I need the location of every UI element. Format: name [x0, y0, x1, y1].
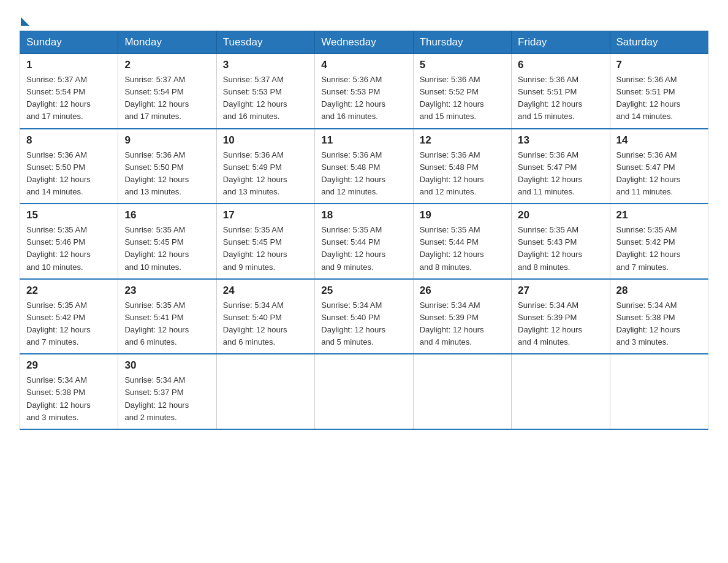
day-number: 24 [223, 285, 308, 297]
calendar-week-row: 1Sunrise: 5:37 AMSunset: 5:54 PMDaylight… [20, 54, 708, 129]
day-info: Sunrise: 5:36 AMSunset: 5:53 PMDaylight:… [321, 74, 406, 123]
day-info: Sunrise: 5:34 AMSunset: 5:40 PMDaylight:… [321, 299, 406, 349]
day-info: Sunrise: 5:35 AMSunset: 5:41 PMDaylight:… [124, 299, 210, 349]
day-info: Sunrise: 5:35 AMSunset: 5:44 PMDaylight:… [321, 224, 406, 274]
calendar-cell [315, 354, 413, 429]
day-number: 16 [124, 209, 210, 221]
calendar-cell: 26Sunrise: 5:34 AMSunset: 5:39 PMDayligh… [413, 279, 511, 354]
calendar-header-tuesday: Tuesday [216, 31, 314, 54]
day-info: Sunrise: 5:36 AMSunset: 5:48 PMDaylight:… [321, 149, 406, 199]
calendar-cell: 27Sunrise: 5:34 AMSunset: 5:39 PMDayligh… [512, 279, 610, 354]
day-info: Sunrise: 5:34 AMSunset: 5:39 PMDaylight:… [420, 299, 505, 349]
day-info: Sunrise: 5:36 AMSunset: 5:48 PMDaylight:… [420, 149, 505, 199]
day-number: 11 [321, 134, 406, 147]
calendar-cell: 15Sunrise: 5:35 AMSunset: 5:46 PMDayligh… [20, 204, 118, 279]
day-number: 17 [223, 209, 308, 221]
calendar-cell: 12Sunrise: 5:36 AMSunset: 5:48 PMDayligh… [413, 129, 511, 204]
day-number: 21 [616, 209, 702, 221]
calendar-header-saturday: Saturday [610, 31, 708, 54]
calendar-cell [216, 354, 314, 429]
day-number: 14 [616, 134, 702, 147]
calendar-cell: 21Sunrise: 5:35 AMSunset: 5:42 PMDayligh… [610, 204, 708, 279]
calendar-cell: 25Sunrise: 5:34 AMSunset: 5:40 PMDayligh… [315, 279, 413, 354]
day-info: Sunrise: 5:34 AMSunset: 5:39 PMDaylight:… [518, 299, 603, 349]
calendar-cell: 6Sunrise: 5:36 AMSunset: 5:51 PMDaylight… [512, 54, 610, 129]
day-number: 8 [26, 134, 112, 147]
day-info: Sunrise: 5:36 AMSunset: 5:47 PMDaylight:… [518, 149, 603, 199]
day-info: Sunrise: 5:35 AMSunset: 5:45 PMDaylight:… [124, 224, 210, 274]
day-number: 30 [124, 359, 210, 372]
day-info: Sunrise: 5:35 AMSunset: 5:46 PMDaylight:… [26, 224, 112, 274]
day-info: Sunrise: 5:37 AMSunset: 5:53 PMDaylight:… [223, 74, 308, 123]
day-number: 20 [518, 209, 603, 221]
calendar-header-wednesday: Wednesday [315, 31, 413, 54]
day-info: Sunrise: 5:35 AMSunset: 5:45 PMDaylight:… [223, 224, 308, 274]
day-number: 2 [124, 59, 210, 71]
calendar-cell: 14Sunrise: 5:36 AMSunset: 5:47 PMDayligh… [610, 129, 708, 204]
day-number: 9 [124, 134, 210, 147]
day-info: Sunrise: 5:35 AMSunset: 5:42 PMDaylight:… [26, 299, 112, 349]
day-info: Sunrise: 5:34 AMSunset: 5:38 PMDaylight:… [616, 299, 702, 349]
calendar-header-monday: Monday [118, 31, 216, 54]
day-info: Sunrise: 5:36 AMSunset: 5:50 PMDaylight:… [124, 149, 210, 199]
day-number: 27 [518, 285, 603, 297]
calendar-header-thursday: Thursday [413, 31, 511, 54]
day-number: 10 [223, 134, 308, 147]
calendar-cell: 7Sunrise: 5:36 AMSunset: 5:51 PMDaylight… [610, 54, 708, 129]
day-info: Sunrise: 5:34 AMSunset: 5:37 PMDaylight:… [124, 374, 210, 424]
day-info: Sunrise: 5:36 AMSunset: 5:51 PMDaylight:… [518, 74, 603, 123]
day-info: Sunrise: 5:36 AMSunset: 5:49 PMDaylight:… [223, 149, 308, 199]
calendar-week-row: 8Sunrise: 5:36 AMSunset: 5:50 PMDaylight… [20, 129, 708, 204]
logo [20, 15, 29, 23]
day-info: Sunrise: 5:37 AMSunset: 5:54 PMDaylight:… [124, 74, 210, 123]
day-number: 19 [420, 209, 505, 221]
calendar-cell: 19Sunrise: 5:35 AMSunset: 5:44 PMDayligh… [413, 204, 511, 279]
logo-arrow-icon [21, 17, 29, 26]
calendar-cell [512, 354, 610, 429]
calendar-cell: 24Sunrise: 5:34 AMSunset: 5:40 PMDayligh… [216, 279, 314, 354]
calendar-cell: 20Sunrise: 5:35 AMSunset: 5:43 PMDayligh… [512, 204, 610, 279]
calendar-cell: 28Sunrise: 5:34 AMSunset: 5:38 PMDayligh… [610, 279, 708, 354]
calendar-week-row: 29Sunrise: 5:34 AMSunset: 5:38 PMDayligh… [20, 354, 708, 429]
day-number: 22 [26, 285, 112, 297]
calendar-cell [413, 354, 511, 429]
calendar-cell [610, 354, 708, 429]
day-number: 13 [518, 134, 603, 147]
calendar-cell: 29Sunrise: 5:34 AMSunset: 5:38 PMDayligh… [20, 354, 118, 429]
calendar-cell: 1Sunrise: 5:37 AMSunset: 5:54 PMDaylight… [20, 54, 118, 129]
day-number: 1 [26, 59, 112, 71]
day-number: 7 [616, 59, 702, 71]
calendar-table: SundayMondayTuesdayWednesdayThursdayFrid… [20, 31, 708, 430]
day-info: Sunrise: 5:36 AMSunset: 5:51 PMDaylight:… [616, 74, 702, 123]
calendar-cell: 30Sunrise: 5:34 AMSunset: 5:37 PMDayligh… [118, 354, 216, 429]
calendar-cell: 2Sunrise: 5:37 AMSunset: 5:54 PMDaylight… [118, 54, 216, 129]
calendar-cell: 9Sunrise: 5:36 AMSunset: 5:50 PMDaylight… [118, 129, 216, 204]
calendar-cell: 4Sunrise: 5:36 AMSunset: 5:53 PMDaylight… [315, 54, 413, 129]
day-info: Sunrise: 5:37 AMSunset: 5:54 PMDaylight:… [26, 74, 112, 123]
calendar-cell: 10Sunrise: 5:36 AMSunset: 5:49 PMDayligh… [216, 129, 314, 204]
day-number: 25 [321, 285, 406, 297]
calendar-cell: 23Sunrise: 5:35 AMSunset: 5:41 PMDayligh… [118, 279, 216, 354]
calendar-cell: 22Sunrise: 5:35 AMSunset: 5:42 PMDayligh… [20, 279, 118, 354]
calendar-cell: 18Sunrise: 5:35 AMSunset: 5:44 PMDayligh… [315, 204, 413, 279]
day-number: 12 [420, 134, 505, 147]
calendar-week-row: 22Sunrise: 5:35 AMSunset: 5:42 PMDayligh… [20, 279, 708, 354]
day-number: 4 [321, 59, 406, 71]
calendar-header-row: SundayMondayTuesdayWednesdayThursdayFrid… [20, 31, 708, 54]
day-info: Sunrise: 5:35 AMSunset: 5:44 PMDaylight:… [420, 224, 505, 274]
calendar-cell: 13Sunrise: 5:36 AMSunset: 5:47 PMDayligh… [512, 129, 610, 204]
day-number: 3 [223, 59, 308, 71]
day-number: 26 [420, 285, 505, 297]
day-number: 28 [616, 285, 702, 297]
day-info: Sunrise: 5:36 AMSunset: 5:50 PMDaylight:… [26, 149, 112, 199]
day-number: 18 [321, 209, 406, 221]
calendar-cell: 5Sunrise: 5:36 AMSunset: 5:52 PMDaylight… [413, 54, 511, 129]
day-info: Sunrise: 5:34 AMSunset: 5:40 PMDaylight:… [223, 299, 308, 349]
calendar-cell: 8Sunrise: 5:36 AMSunset: 5:50 PMDaylight… [20, 129, 118, 204]
calendar-header-friday: Friday [512, 31, 610, 54]
page-header [20, 15, 708, 23]
day-number: 5 [420, 59, 505, 71]
day-info: Sunrise: 5:34 AMSunset: 5:38 PMDaylight:… [26, 374, 112, 424]
calendar-header-sunday: Sunday [20, 31, 118, 54]
calendar-cell: 11Sunrise: 5:36 AMSunset: 5:48 PMDayligh… [315, 129, 413, 204]
